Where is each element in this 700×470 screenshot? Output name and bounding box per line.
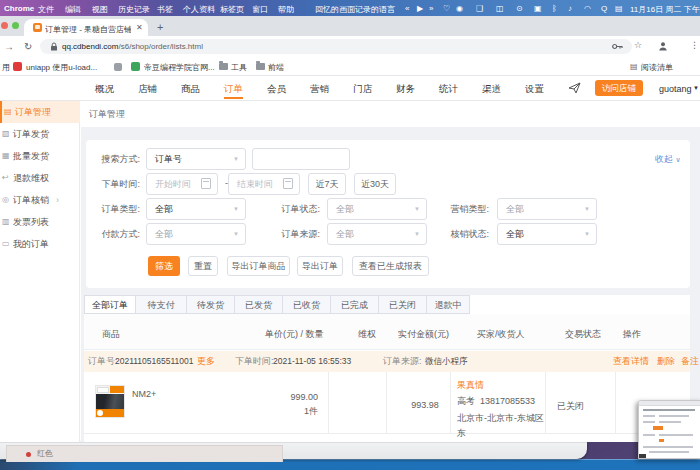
- sidebar-item-invoices[interactable]: ▥发票列表: [0, 211, 80, 233]
- tab-pending-ship[interactable]: 待发货: [186, 295, 235, 314]
- media-play-icon[interactable]: ▶: [417, 4, 423, 13]
- order-row[interactable]: NM2+ 999.00 1件 993.98 果真情 高考 13817085533…: [84, 372, 690, 434]
- nav-stores[interactable]: 门店: [353, 83, 372, 96]
- last-30-days-button[interactable]: 近30天: [354, 173, 396, 195]
- verify-status-select[interactable]: 全部▼: [497, 223, 597, 245]
- nav-settings[interactable]: 设置: [525, 83, 544, 96]
- control-center-icon[interactable]: ▤: [615, 4, 623, 13]
- nav-overview[interactable]: 概况: [95, 83, 114, 96]
- marketing-type-select[interactable]: 全部▼: [497, 198, 597, 220]
- visit-shop-button[interactable]: 访问店铺: [595, 80, 643, 96]
- collapse-link[interactable]: 收起 ∨: [655, 153, 681, 166]
- wifi-icon[interactable]: ◠: [584, 4, 591, 13]
- tab-shipped[interactable]: 已发货: [234, 295, 283, 314]
- bluetooth-icon[interactable]: ᛒ: [552, 4, 557, 13]
- app-status-icon[interactable]: ▣: [534, 4, 542, 13]
- menu-profiles[interactable]: 个人资料: [183, 4, 215, 15]
- media-next-icon[interactable]: »: [429, 4, 433, 13]
- pay-method-select[interactable]: 全部▼: [146, 223, 246, 245]
- remark-link[interactable]: 备注: [681, 351, 699, 372]
- tab-refunding[interactable]: 退款中: [426, 295, 470, 314]
- order-type-select[interactable]: 全部▼: [146, 198, 246, 220]
- tab-completed[interactable]: 已完成: [330, 295, 379, 314]
- order-status-select[interactable]: 全部▼: [327, 198, 427, 220]
- nav-channels[interactable]: 渠道: [482, 83, 501, 96]
- forward-button[interactable]: →: [4, 41, 14, 52]
- menu-history[interactable]: 历史记录: [118, 4, 150, 15]
- menu-chrome[interactable]: Chrome: [4, 4, 34, 13]
- sidebar-item-my-orders[interactable]: ▭我的订单: [0, 233, 80, 255]
- spotlight-search-icon[interactable]: Q: [601, 4, 607, 13]
- menu-tabs[interactable]: 标签页: [220, 4, 244, 15]
- tab-pending-pay[interactable]: 待支付: [135, 295, 187, 314]
- preview-window[interactable]: [638, 400, 700, 459]
- dropdown-option-red[interactable]: 红色: [37, 446, 53, 462]
- menu-edit[interactable]: 编辑: [65, 4, 81, 15]
- media-prev-icon[interactable]: «: [405, 4, 409, 13]
- chrome-menu-icon[interactable]: ⋮: [690, 40, 699, 50]
- reading-list-label[interactable]: 阅读清单: [641, 62, 673, 73]
- more-link[interactable]: 更多: [197, 351, 215, 372]
- menu-file[interactable]: 文件: [38, 4, 54, 15]
- new-tab-button[interactable]: +: [157, 21, 163, 33]
- search-input[interactable]: [252, 148, 350, 170]
- paper-plane-icon[interactable]: [568, 82, 581, 94]
- nav-finance[interactable]: 财务: [396, 83, 415, 96]
- sidebar-item-verify[interactable]: ◎订单核销›: [0, 189, 80, 211]
- close-window-button[interactable]: [1, 22, 8, 29]
- mic-status-icon[interactable]: ♪: [568, 4, 572, 13]
- menu-bookmarks[interactable]: 书签: [157, 4, 173, 15]
- nav-members[interactable]: 会员: [267, 83, 286, 96]
- bookmark-star-icon[interactable]: ☆: [634, 40, 642, 50]
- buyer-name[interactable]: 果真情: [457, 379, 484, 392]
- tab-closed[interactable]: 已关闭: [378, 295, 427, 314]
- nav-marketing[interactable]: 营销: [310, 83, 329, 96]
- tab-all-orders[interactable]: 全部订单: [84, 295, 136, 314]
- delete-link[interactable]: 删除: [657, 351, 675, 372]
- order-source-select[interactable]: 全部▼: [327, 223, 427, 245]
- export-order-products-button[interactable]: 导出订单商品: [227, 256, 290, 276]
- filter-button[interactable]: 筛选: [148, 256, 180, 276]
- view-reports-button[interactable]: 查看已生成报表: [352, 256, 429, 276]
- verify-status-label: 核销状态:: [449, 228, 489, 241]
- nav-shop[interactable]: 店铺: [138, 83, 157, 96]
- menubar-clock[interactable]: 11月16日 周二 下午: [630, 4, 700, 15]
- menu-window[interactable]: 窗口: [252, 4, 268, 15]
- bookmark-uniapp[interactable]: uniapp 使用u-load...: [26, 62, 97, 73]
- export-orders-button[interactable]: 导出订单: [297, 256, 343, 276]
- menu-view[interactable]: 视图: [92, 4, 108, 15]
- menu-help[interactable]: 帮助: [278, 4, 294, 15]
- bookmark-folder-frontend[interactable]: 前端: [268, 62, 284, 73]
- bookmark-folder-tools[interactable]: 工具: [231, 62, 247, 73]
- zoom-window-button[interactable]: [12, 22, 19, 29]
- apps-shortcut[interactable]: 用: [2, 62, 10, 73]
- profile-avatar-icon[interactable]: [658, 41, 668, 51]
- user-menu[interactable]: guotang: [659, 84, 692, 94]
- search-type-select[interactable]: 订单号▼: [146, 148, 246, 170]
- tab-received[interactable]: 已收货: [282, 295, 331, 314]
- reload-button[interactable]: ↻: [24, 41, 32, 52]
- nav-orders[interactable]: 订单: [224, 83, 243, 96]
- nav-products[interactable]: 商品: [181, 83, 200, 96]
- reset-button[interactable]: 重置: [188, 256, 218, 276]
- sidebar-item-refund[interactable]: ↩退款维权: [0, 167, 80, 189]
- heart-icon[interactable]: ♡: [443, 4, 450, 13]
- music-app-icon[interactable]: ◉: [456, 4, 463, 13]
- end-time-input[interactable]: 结束时间: [228, 173, 300, 195]
- receiver-address: 北京市-北京市-东城区: [457, 412, 544, 425]
- chat-status-icon[interactable]: ❑: [476, 4, 483, 13]
- record-status-icon[interactable]: ⊙: [516, 4, 523, 13]
- reading-list-icon[interactable]: ▤: [630, 62, 638, 71]
- sidebar-item-order-manage[interactable]: ▤订单管理: [0, 101, 80, 123]
- nav-stats[interactable]: 统计: [439, 83, 458, 96]
- my-orders-icon: ▭: [2, 233, 10, 255]
- tab-close-icon[interactable]: ✕: [136, 23, 143, 32]
- display-status-icon[interactable]: ◫: [496, 4, 504, 13]
- sidebar-item-batch-ship[interactable]: ▦批量发货: [0, 145, 80, 167]
- last-7-days-button[interactable]: 近7天: [308, 173, 346, 195]
- bookmark-school[interactable]: 帝豆编程学院官网...: [144, 62, 215, 73]
- sidebar-item-order-ship[interactable]: ▧订单发货: [0, 123, 80, 145]
- start-time-input[interactable]: 开始时间: [146, 173, 218, 195]
- password-key-icon[interactable]: [612, 42, 623, 51]
- view-detail-link[interactable]: 查看详情: [613, 351, 649, 372]
